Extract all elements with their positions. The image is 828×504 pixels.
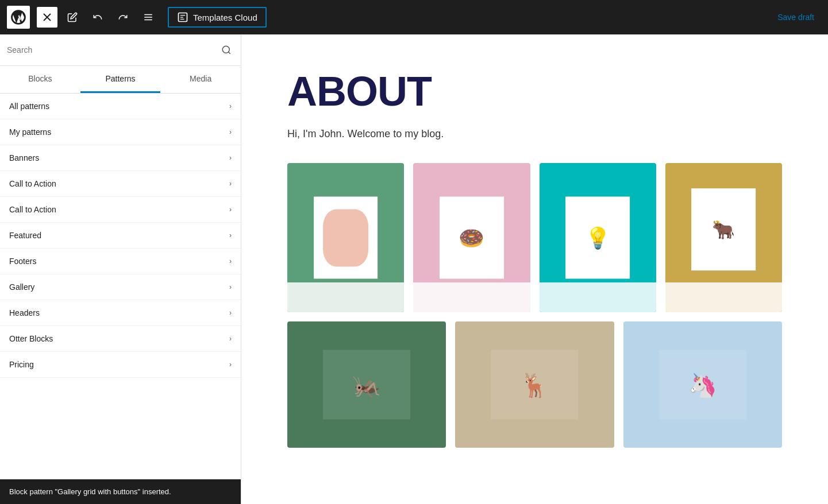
pattern-item-all-patterns[interactable]: All patterns ›: [0, 94, 241, 119]
redo-button[interactable]: [113, 7, 133, 28]
tab-patterns[interactable]: Patterns: [80, 66, 161, 93]
patterns-list: All patterns › My patterns › Banners › C…: [0, 94, 241, 504]
svg-point-7: [222, 46, 229, 53]
gallery-item-3: 💡: [540, 163, 656, 312]
templates-cloud-label: Templates Cloud: [193, 13, 257, 22]
tab-blocks[interactable]: Blocks: [0, 66, 80, 93]
toast-notification: Block pattern "Gallery grid with buttons…: [0, 479, 241, 504]
gallery-row-2: 🦗 🦌 🦄: [287, 321, 782, 448]
pattern-label: Call to Action: [9, 205, 56, 214]
templates-cloud-button[interactable]: Templates Cloud: [168, 7, 267, 28]
pattern-label: My patterns: [9, 127, 51, 137]
pattern-label: Call to Action: [9, 179, 56, 188]
gallery-row-1: 🍩 💡 🐂: [287, 163, 782, 312]
chevron-right-icon: ›: [229, 128, 232, 136]
close-button[interactable]: [37, 7, 57, 28]
tabs-row: Blocks Patterns Media: [0, 66, 241, 94]
chevron-right-icon: ›: [229, 102, 232, 110]
undo-button[interactable]: [87, 7, 108, 28]
pattern-item-footers[interactable]: Footers ›: [0, 249, 241, 274]
menu-button[interactable]: [138, 7, 159, 28]
pattern-label: Banners: [9, 153, 39, 162]
pattern-item-call-to-action-2[interactable]: Call to Action ›: [0, 197, 241, 223]
main-layout: Blocks Patterns Media All patterns › My …: [0, 34, 828, 504]
chevron-right-icon: ›: [229, 309, 232, 317]
chevron-right-icon: ›: [229, 257, 232, 265]
toast-message: Block pattern "Gallery grid with buttons…: [9, 487, 171, 496]
pattern-item-featured[interactable]: Featured ›: [0, 223, 241, 249]
chevron-right-icon: ›: [229, 206, 232, 214]
save-draft-button[interactable]: Save draft: [771, 9, 821, 25]
gallery-item-5: 🦗: [287, 321, 446, 448]
wp-logo: [7, 6, 30, 29]
pattern-item-gallery[interactable]: Gallery ›: [0, 274, 241, 300]
gallery-item-2: 🍩: [413, 163, 530, 312]
pattern-item-banners[interactable]: Banners ›: [0, 145, 241, 171]
search-bar: [0, 34, 241, 66]
page-subtitle: Hi, I'm John. Welcome to my blog.: [287, 128, 782, 140]
search-button[interactable]: [219, 42, 234, 57]
chevron-right-icon: ›: [229, 231, 232, 239]
pattern-item-otter-blocks[interactable]: Otter Blocks ›: [0, 326, 241, 352]
pattern-item-call-to-action-1[interactable]: Call to Action ›: [0, 171, 241, 197]
tab-media[interactable]: Media: [160, 66, 241, 93]
svg-line-8: [228, 52, 230, 53]
chevron-right-icon: ›: [229, 154, 232, 162]
toolbar: Templates Cloud Save draft: [0, 0, 828, 34]
sidebar: Blocks Patterns Media All patterns › My …: [0, 34, 241, 504]
chevron-right-icon: ›: [229, 283, 232, 291]
gallery-item-7: 🦄: [623, 321, 782, 448]
pattern-item-headers[interactable]: Headers ›: [0, 300, 241, 326]
edit-button[interactable]: [62, 7, 83, 28]
pattern-item-my-patterns[interactable]: My patterns ›: [0, 119, 241, 145]
pattern-label: Pricing: [9, 360, 34, 369]
pattern-item-pricing[interactable]: Pricing ›: [0, 352, 241, 378]
pattern-label: Gallery: [9, 282, 34, 292]
gallery-item-4: 🐂: [665, 163, 782, 312]
search-input[interactable]: [7, 45, 214, 55]
gallery-item-1: [287, 163, 404, 312]
pattern-label: All patterns: [9, 102, 49, 111]
pattern-label: Headers: [9, 308, 40, 317]
chevron-right-icon: ›: [229, 335, 232, 343]
pattern-label: Otter Blocks: [9, 334, 53, 343]
page-title: ABOUT: [287, 69, 782, 114]
content-area: ABOUT Hi, I'm John. Welcome to my blog. …: [241, 34, 828, 504]
chevron-right-icon: ›: [229, 360, 232, 369]
chevron-right-icon: ›: [229, 180, 232, 188]
gallery-item-6: 🦌: [455, 321, 614, 448]
pattern-label: Featured: [9, 231, 41, 240]
pattern-label: Footers: [9, 257, 36, 266]
